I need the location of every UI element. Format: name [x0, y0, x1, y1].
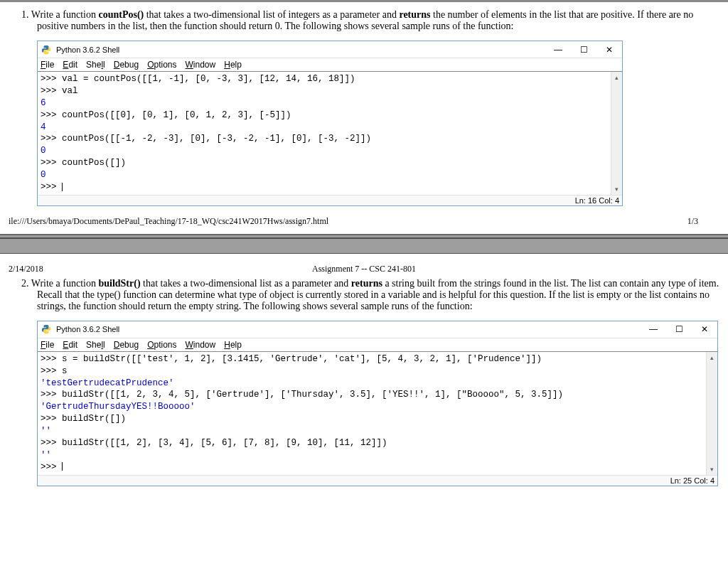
q2-text-mid: that takes a two-dimensional list as a p…	[141, 278, 351, 289]
titlebar[interactable]: Python 3.6.2 Shell — ☐ ✕	[38, 41, 622, 58]
scroll-up-icon[interactable]: ▴	[707, 352, 717, 363]
close-button[interactable]: ✕	[596, 41, 622, 58]
scroll-down-icon[interactable]: ▾	[707, 464, 717, 475]
close-button[interactable]: ✕	[692, 321, 717, 338]
window-controls: — ☐ ✕	[545, 41, 622, 58]
menu-shell[interactable]: Shell	[86, 340, 105, 350]
menu-window[interactable]: Window	[186, 340, 216, 350]
statusbar: Ln: 16 Col: 4	[38, 195, 622, 205]
file-path: ile:///Users/bmaya/Documents/DePaul_Teac…	[9, 216, 328, 227]
q1-func: countPos()	[98, 9, 144, 20]
date: 2/14/2018	[9, 264, 43, 275]
q2-func: buildStr()	[98, 278, 140, 289]
menu-debug[interactable]: Debug	[114, 60, 139, 70]
scrollbar[interactable]: ▴ ▾	[706, 352, 717, 475]
shell-body-1[interactable]: >>> val = countPos([[1, -1], [0, -3, 3],…	[38, 72, 611, 195]
page-divider	[0, 234, 728, 254]
q1-text-mid: that takes a two-dimensional list of int…	[144, 9, 399, 20]
shell-body-2[interactable]: >>> s = buildStr([['test', 1, 2], [3.141…	[38, 352, 706, 475]
menu-options[interactable]: Options	[147, 340, 176, 350]
menu-file[interactable]: File	[41, 340, 54, 350]
menu-help[interactable]: Help	[224, 60, 242, 70]
q2-returns: returns	[351, 278, 382, 289]
menu-debug[interactable]: Debug	[114, 340, 139, 350]
statusbar: Ln: 25 Col: 4	[38, 475, 717, 486]
minimize-button[interactable]: —	[545, 41, 571, 58]
scroll-down-icon[interactable]: ▾	[611, 183, 622, 195]
assignment-title: Assignment 7 -- CSC 241-801	[6, 264, 722, 274]
menu-help[interactable]: Help	[224, 340, 242, 350]
q2-number: 2.	[21, 278, 29, 289]
menu-window[interactable]: Window	[186, 60, 216, 70]
q1-number: 1.	[21, 9, 29, 20]
menu-options[interactable]: Options	[147, 60, 176, 70]
window-controls: — ☐ ✕	[641, 321, 717, 338]
titlebar[interactable]: Python 3.6.2 Shell — ☐ ✕	[38, 321, 717, 338]
page-indicator: 1/3	[687, 216, 698, 227]
scrollbar[interactable]: ▴ ▾	[611, 72, 622, 195]
window-title: Python 3.6.2 Shell	[56, 325, 119, 333]
shell-window-1: Python 3.6.2 Shell — ☐ ✕ File Edit Shell…	[37, 41, 623, 206]
shell-window-2: Python 3.6.2 Shell — ☐ ✕ File Edit Shell…	[37, 321, 718, 486]
question-1: 1. Write a function countPos() that take…	[6, 9, 722, 32]
menu-edit[interactable]: Edit	[63, 340, 77, 350]
footer-path-1: ile:///Users/bmaya/Documents/DePaul_Teac…	[6, 216, 722, 227]
maximize-button[interactable]: ☐	[666, 321, 692, 338]
q2-text-pre: Write a function	[31, 278, 99, 289]
q1-text-pre: Write a function	[31, 9, 99, 20]
scroll-up-icon[interactable]: ▴	[611, 72, 622, 83]
maximize-button[interactable]: ☐	[571, 41, 596, 58]
minimize-button[interactable]: —	[641, 321, 666, 338]
python-icon	[41, 44, 52, 55]
menu-edit[interactable]: Edit	[63, 60, 77, 70]
menubar: File Edit Shell Debug Options Window Hel…	[38, 58, 622, 72]
menu-file[interactable]: File	[41, 60, 54, 70]
python-icon	[41, 323, 52, 335]
question-2: 2. Write a function buildStr() that take…	[6, 278, 722, 312]
q1-returns: returns	[399, 9, 430, 20]
menu-shell[interactable]: Shell	[86, 60, 105, 70]
menubar: File Edit Shell Debug Options Window Hel…	[38, 338, 717, 352]
window-title: Python 3.6.2 Shell	[56, 46, 119, 54]
